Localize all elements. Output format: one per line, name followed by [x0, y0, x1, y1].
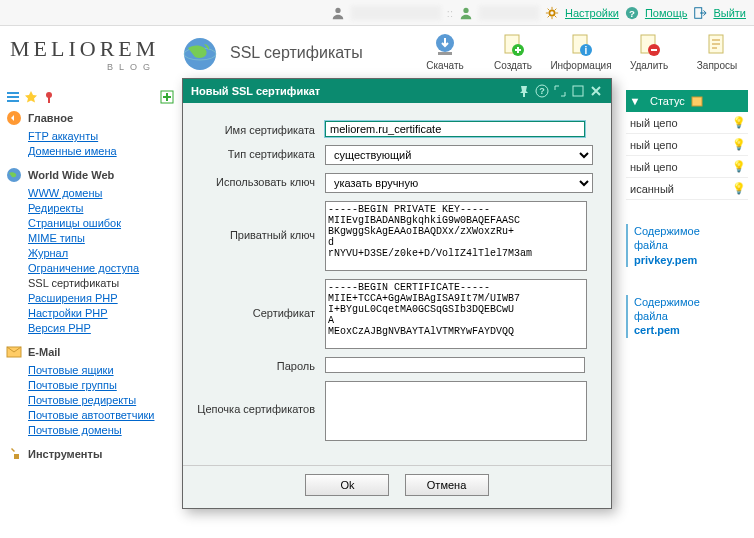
sidebar-phpset[interactable]: Настройки PHP — [28, 307, 108, 319]
svg-rect-20 — [7, 100, 19, 102]
certtype-select[interactable]: существующий — [325, 145, 593, 165]
bulb-icon: 💡 — [730, 160, 748, 173]
sidebar-main-head[interactable]: Главное — [6, 110, 174, 126]
bulb-icon: 💡 — [730, 138, 748, 151]
modal-help-icon[interactable]: ? — [535, 84, 549, 98]
svg-rect-29 — [523, 93, 525, 97]
sidebar-ftp[interactable]: FTP аккаунты — [28, 130, 98, 142]
info-label: Информация — [550, 60, 611, 71]
calendar-icon[interactable] — [691, 95, 709, 107]
blurred-domain — [351, 6, 441, 20]
status-header[interactable]: Статус — [644, 95, 691, 107]
help-icon: ? — [625, 6, 639, 20]
close-icon[interactable] — [589, 84, 603, 98]
sidebar-errorpages[interactable]: Страницы ошибок — [28, 217, 121, 229]
status-row[interactable]: исанный💡 — [626, 178, 748, 200]
cancel-button[interactable]: Отмена — [405, 474, 489, 496]
list-icon[interactable] — [6, 90, 20, 104]
plus-icon[interactable] — [160, 90, 174, 104]
sidebar-www-head[interactable]: World Wide Web — [6, 167, 174, 183]
bulb-icon: 💡 — [730, 116, 748, 129]
sidebar-email-head[interactable]: E-Mail — [6, 344, 174, 360]
modal-max-icon[interactable] — [571, 84, 585, 98]
label-chain: Цепочка сертификатов — [197, 381, 325, 415]
status-row[interactable]: ный цепо💡 — [626, 112, 748, 134]
svg-rect-18 — [7, 92, 19, 94]
logout-link[interactable]: Выйти — [713, 7, 746, 19]
sidebar-mailgroups[interactable]: Почтовые группы — [28, 379, 117, 391]
svg-rect-28 — [692, 97, 702, 106]
sidebar-phpver[interactable]: Версия PHP — [28, 322, 91, 334]
svg-rect-9 — [438, 52, 452, 55]
status-row[interactable]: ный цепо💡 — [626, 156, 748, 178]
sidebar-tools-label: Инструменты — [28, 448, 102, 460]
label-password: Пароль — [197, 357, 325, 372]
delete-label: Удалить — [630, 60, 668, 71]
label-private: Приватный ключ — [197, 201, 325, 241]
svg-point-0 — [335, 7, 340, 12]
sidebar-phpext[interactable]: Расширения PHP — [28, 292, 118, 304]
delete-tool[interactable]: Удалить — [622, 32, 676, 71]
blurred-user — [479, 6, 539, 20]
svg-point-2 — [549, 10, 554, 15]
logo-text: MELIOREM — [10, 36, 180, 62]
svg-rect-19 — [7, 96, 19, 98]
sidebar-mailredir[interactable]: Почтовые редиректы — [28, 394, 136, 406]
sidebar-mailauto[interactable]: Почтовые автоответчики — [28, 409, 154, 421]
new-ssl-modal: Новый SSL сертификат ? Имя сертификата Т… — [182, 78, 612, 509]
logout-icon — [693, 6, 707, 20]
sidebar-wwwdomains[interactable]: WWW домены — [28, 187, 102, 199]
modal-pin-icon[interactable] — [517, 84, 531, 98]
star-icon[interactable] — [24, 90, 38, 104]
page-title: SSL сертификаты — [230, 44, 418, 62]
info-tool[interactable]: i Информация — [554, 32, 608, 71]
pin-icon[interactable] — [42, 90, 56, 104]
label-cert: Сертификат — [197, 279, 325, 319]
requests-tool[interactable]: Запросы — [690, 32, 744, 71]
logo-subtext: BLOG — [10, 62, 180, 72]
modal-title: Новый SSL сертификат — [191, 85, 320, 97]
sidebar-journal[interactable]: Журнал — [28, 247, 68, 259]
create-tool[interactable]: Создать — [486, 32, 540, 71]
help-link[interactable]: Помощь — [645, 7, 688, 19]
sidebar-www-label: World Wide Web — [28, 169, 114, 181]
sidebar-mailboxes[interactable]: Почтовые ящики — [28, 364, 114, 376]
label-usekey: Использовать ключ — [197, 173, 325, 188]
svg-text:i: i — [585, 45, 588, 56]
privatekey-textarea[interactable]: -----BEGIN PRIVATE KEY----- MIIEvgIBADAN… — [325, 201, 587, 271]
create-label: Создать — [494, 60, 532, 71]
user-icon — [331, 6, 345, 20]
sidebar-redirects[interactable]: Редиректы — [28, 202, 83, 214]
bulb-icon: 💡 — [730, 182, 748, 195]
svg-text:?: ? — [539, 86, 545, 96]
sidebar-accesslimit[interactable]: Ограничение доступа — [28, 262, 139, 274]
sidebar-main-label: Главное — [28, 112, 73, 124]
user2-icon — [459, 6, 473, 20]
ok-button[interactable]: Ok — [305, 474, 389, 496]
requests-label: Запросы — [697, 60, 737, 71]
globe-icon — [180, 34, 220, 74]
sidebar-email-label: E-Mail — [28, 346, 60, 358]
download-tool[interactable]: Скачать — [418, 32, 472, 71]
sort-arrow-icon[interactable]: ▼ — [626, 95, 644, 107]
sidebar-ssl-current[interactable]: SSL сертификаты — [28, 277, 174, 289]
cert-textarea[interactable]: -----BEGIN CERTIFICATE----- MIIE+TCCA+Gg… — [325, 279, 587, 349]
settings-link[interactable]: Настройки — [565, 7, 619, 19]
label-certname: Имя сертификата — [197, 121, 325, 136]
chain-textarea[interactable] — [325, 381, 587, 441]
logo: MELIOREM BLOG — [10, 30, 180, 72]
svg-rect-22 — [48, 97, 50, 103]
svg-rect-32 — [573, 86, 583, 96]
sidebar-domains[interactable]: Доменные имена — [28, 145, 117, 157]
certname-input[interactable] — [325, 121, 585, 137]
password-input[interactable] — [325, 357, 585, 373]
sidebar-tools-head[interactable]: Инструменты — [6, 446, 174, 462]
download-label: Скачать — [426, 60, 464, 71]
modal-expand-icon[interactable] — [553, 84, 567, 98]
sidebar-maildomains[interactable]: Почтовые домены — [28, 424, 122, 436]
gear-icon — [545, 6, 559, 20]
usekey-select[interactable]: указать вручную — [325, 173, 593, 193]
sidebar-mime[interactable]: MIME типы — [28, 232, 85, 244]
status-row[interactable]: ный цепо💡 — [626, 134, 748, 156]
svg-rect-27 — [14, 454, 19, 459]
